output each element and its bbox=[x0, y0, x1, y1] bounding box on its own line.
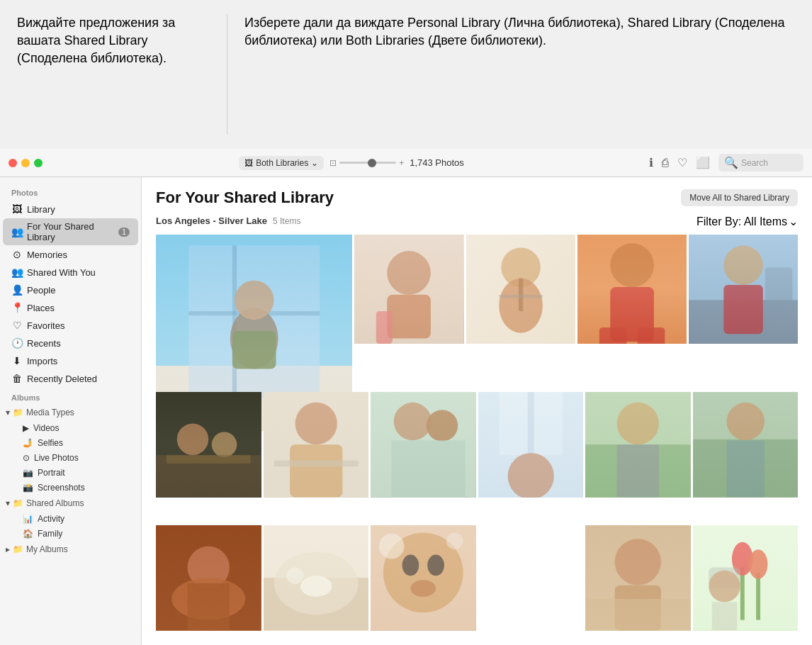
svg-point-5 bbox=[230, 308, 278, 369]
svg-rect-27 bbox=[156, 392, 261, 498]
sidebar-item-family[interactable]: 🏠 Family bbox=[3, 527, 138, 541]
svg-rect-52 bbox=[726, 440, 764, 497]
photo-cell[interactable] bbox=[693, 392, 799, 498]
favorite-icon[interactable]: ♡ bbox=[677, 156, 687, 169]
zoom-slider-area: ⊡ + bbox=[329, 158, 404, 168]
photo-cell[interactable] bbox=[478, 392, 584, 498]
sidebar-item-shared-with-you[interactable]: 👥 Shared With You bbox=[3, 264, 138, 281]
shared-with-you-icon: 👥 bbox=[11, 267, 23, 278]
sidebar-label-memories: Memories bbox=[27, 249, 130, 260]
tooltip-right-text: Изберете дали да виждате Personal Librar… bbox=[244, 16, 784, 47]
zoom-slider-thumb bbox=[368, 159, 376, 167]
live-photos-label: Live Photos bbox=[34, 453, 79, 463]
shared-albums-group[interactable]: ▾ 📁 Shared Albums bbox=[0, 495, 141, 511]
photo-cell[interactable] bbox=[264, 525, 369, 631]
zoom-in-icon[interactable]: + bbox=[399, 158, 404, 168]
sidebar-item-imports[interactable]: ⬇ Imports bbox=[3, 352, 138, 369]
zoom-slider[interactable] bbox=[339, 162, 396, 164]
portrait-label: Portrait bbox=[38, 468, 65, 478]
photo-cell[interactable] bbox=[466, 235, 575, 344]
sidebar-item-favorites[interactable]: ♡ Favorites bbox=[3, 317, 138, 334]
photo-cell[interactable] bbox=[371, 392, 476, 498]
photo-cell[interactable] bbox=[264, 392, 369, 498]
svg-rect-20 bbox=[599, 327, 627, 344]
close-button[interactable] bbox=[9, 159, 17, 167]
sidebar-item-videos[interactable]: ▶ Videos bbox=[3, 421, 138, 435]
svg-rect-57 bbox=[264, 525, 369, 631]
content-panel: For Your Shared Library Move All to Shar… bbox=[142, 177, 812, 645]
selfies-icon: 🤳 bbox=[23, 438, 33, 448]
svg-point-14 bbox=[499, 279, 543, 333]
sidebar-item-selfies[interactable]: 🤳 Selfies bbox=[3, 436, 138, 450]
photo-cell[interactable] bbox=[354, 235, 463, 344]
media-types-group[interactable]: ▾ 📁 Media Types bbox=[0, 405, 141, 420]
svg-rect-25 bbox=[723, 285, 762, 334]
move-all-button[interactable]: Move All to Shared Library bbox=[681, 189, 798, 206]
content-title: For Your Shared Library bbox=[156, 189, 334, 207]
svg-point-37 bbox=[394, 403, 432, 440]
photo-cell[interactable] bbox=[156, 392, 261, 498]
chevron-my-albums-icon: ▸ bbox=[6, 544, 10, 554]
svg-point-77 bbox=[748, 549, 767, 579]
photo-cell[interactable] bbox=[577, 235, 687, 344]
sidebar-item-memories[interactable]: ⊙ Memories bbox=[3, 246, 138, 263]
library-icon: 🖼 bbox=[11, 203, 23, 215]
svg-point-55 bbox=[171, 578, 245, 619]
sidebar-item-recently-deleted[interactable]: 🗑 Recently Deleted bbox=[3, 370, 138, 387]
svg-point-63 bbox=[383, 532, 463, 612]
share-icon[interactable]: ⎙ bbox=[662, 157, 669, 169]
sidebar-label-shared-with-you: Shared With You bbox=[27, 267, 130, 278]
svg-rect-28 bbox=[156, 455, 261, 497]
search-box[interactable]: 🔍 Search bbox=[718, 154, 803, 172]
shared-library-icon: 👥 bbox=[11, 226, 23, 237]
title-bar: 🖼 Both Libraries ⌄ ⊡ + 1,743 Photos ℹ ⎙ … bbox=[0, 149, 812, 177]
sidebar-label-imports: Imports bbox=[27, 356, 130, 366]
photo-cell[interactable] bbox=[371, 525, 476, 631]
chevron-shared-albums-icon: ▾ bbox=[6, 498, 10, 508]
zoom-out-icon[interactable]: ⊡ bbox=[329, 158, 337, 168]
library-selector[interactable]: 🖼 Both Libraries ⌄ bbox=[239, 156, 324, 170]
videos-label: Videos bbox=[33, 423, 59, 433]
selfies-label: Selfies bbox=[38, 438, 63, 448]
edit-icon[interactable]: ⬜ bbox=[696, 156, 710, 169]
minimize-button[interactable] bbox=[21, 159, 30, 167]
content-header: For Your Shared Library Move All to Shar… bbox=[142, 177, 812, 213]
traffic-lights bbox=[9, 159, 43, 167]
sidebar-item-people[interactable]: 👤 People bbox=[3, 281, 138, 298]
maximize-button[interactable] bbox=[34, 159, 43, 167]
svg-rect-56 bbox=[188, 583, 230, 631]
sidebar-item-library[interactable]: 🖼 Library bbox=[3, 201, 138, 218]
sidebar-item-screenshots[interactable]: 📸 Screenshots bbox=[3, 481, 138, 495]
sidebar-item-shared-library[interactable]: 👥 For Your Shared Library 1 bbox=[3, 218, 138, 245]
sidebar-item-live-photos[interactable]: ⊙ Live Photos bbox=[3, 451, 138, 465]
sidebar-item-recents[interactable]: 🕐 Recents bbox=[3, 335, 138, 352]
svg-point-65 bbox=[427, 555, 444, 576]
imports-icon: ⬇ bbox=[11, 355, 23, 366]
sidebar-label-recents: Recents bbox=[27, 338, 130, 349]
svg-rect-50 bbox=[693, 439, 799, 498]
svg-rect-46 bbox=[585, 444, 691, 497]
info-icon[interactable]: ℹ bbox=[649, 156, 653, 169]
svg-point-6 bbox=[235, 281, 274, 320]
svg-rect-73 bbox=[693, 525, 799, 631]
my-albums-group[interactable]: ▸ 📁 My Albums bbox=[0, 542, 141, 557]
sidebar-item-activity[interactable]: 📊 Activity bbox=[3, 512, 138, 526]
svg-point-18 bbox=[610, 243, 654, 287]
tooltip-overlay: Виждайте предложения за вашата Shared Li… bbox=[0, 0, 812, 149]
photo-cell[interactable] bbox=[156, 525, 261, 631]
photo-cell[interactable] bbox=[585, 392, 691, 498]
svg-rect-62 bbox=[371, 525, 476, 631]
svg-rect-8 bbox=[354, 235, 463, 344]
filter-button[interactable]: Filter By: All Items ⌄ bbox=[697, 215, 798, 228]
sidebar-label-favorites: Favorites bbox=[27, 320, 130, 331]
svg-rect-71 bbox=[615, 585, 661, 631]
sidebar-item-places[interactable]: 📍 Places bbox=[3, 299, 138, 316]
search-placeholder: Search bbox=[741, 158, 768, 168]
photo-cell[interactable] bbox=[693, 525, 799, 631]
library-selector-icon: 🖼 bbox=[244, 158, 253, 168]
svg-rect-3 bbox=[232, 245, 237, 398]
sidebar-item-portrait[interactable]: 📷 Portrait bbox=[3, 466, 138, 480]
photo-cell[interactable] bbox=[689, 235, 798, 344]
photo-cell[interactable] bbox=[585, 525, 691, 631]
family-label: Family bbox=[38, 529, 62, 539]
